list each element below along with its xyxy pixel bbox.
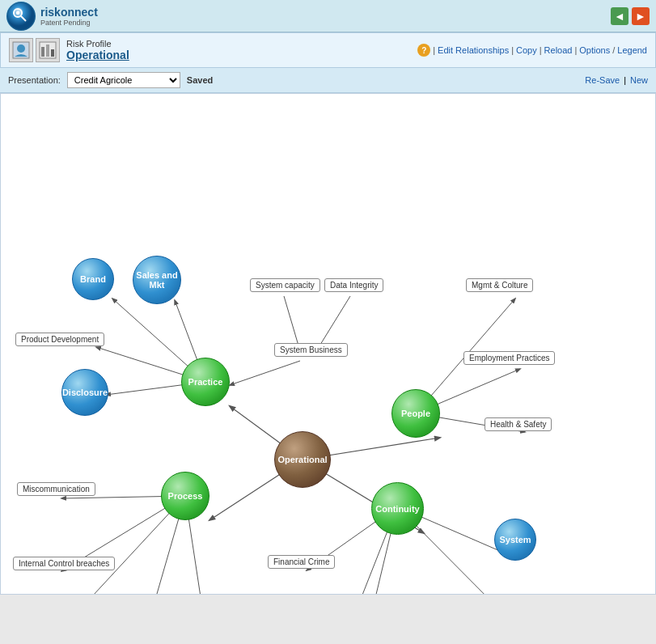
node-practice[interactable]: Practice [181,358,230,406]
presentation-select[interactable]: Credit Agricole [67,72,180,88]
help-icon[interactable]: ? [417,44,430,57]
node-people[interactable]: People [391,389,440,438]
label-data-integrity[interactable]: Data Integrity [324,278,383,292]
edit-relationships-link[interactable]: Edit Relationships [438,45,509,55]
presentation-label: Presentation: [8,75,61,85]
profile-name: Operational [66,49,129,61]
label-system-business[interactable]: System Business [274,343,348,357]
node-brand[interactable]: Brand [72,258,114,300]
svg-point-2 [16,11,19,15]
logo: riskonnect Patent Pending [6,2,98,31]
new-link[interactable]: New [630,75,648,85]
svg-rect-8 [46,44,49,57]
label-internal-control[interactable]: Internal Control breaches [13,557,115,570]
sep4: | [574,45,577,55]
profile-bar: Risk Profile Operational ? | Edit Relati… [0,32,656,68]
profile-label: Risk Profile [66,39,129,49]
reload-link[interactable]: Reload [544,45,573,55]
pres-left: Presentation: Credit Agricole Saved [8,72,213,88]
pres-sep: | [624,75,626,85]
profile-icon-2 [36,38,60,62]
label-financial-crime[interactable]: Financial Crime [268,555,335,569]
profile-info: Risk Profile Operational [9,38,129,62]
app-header: riskonnect Patent Pending ◄ ► [0,0,656,32]
resave-link[interactable]: Re-Save [585,75,620,85]
pres-actions: Re-Save | New [585,75,648,85]
nav-back-button[interactable]: ◄ [611,7,628,25]
profile-icon-1 [9,38,33,62]
logo-wordmark: riskonnect [40,6,98,19]
sep5: / [612,45,615,55]
svg-rect-9 [51,49,54,57]
label-mgmt-colture[interactable]: Mgmt & Colture [466,278,533,292]
profile-icon-group [9,38,60,62]
sep2: | [511,45,514,55]
logo-icon [6,2,36,31]
label-system-capacity[interactable]: System capacity [250,278,320,292]
node-continuity[interactable]: Continuity [371,482,424,535]
nav-forward-button[interactable]: ► [632,7,650,25]
presentation-bar: Presentation: Credit Agricole Saved Re-S… [0,68,656,93]
label-employment[interactable]: Employment Practices [463,351,555,365]
sep3: | [540,45,542,55]
node-operational[interactable]: Operational [274,431,331,488]
node-disclosure[interactable]: Disclosure [61,369,108,416]
options-link[interactable]: Options [579,45,610,55]
label-health-safety[interactable]: Health & Safety [485,417,552,431]
copy-link[interactable]: Copy [516,45,537,55]
legend-link[interactable]: Legend [617,45,647,55]
profile-actions: ? | Edit Relationships | Copy | Reload |… [417,44,647,57]
node-process[interactable]: Process [161,472,209,520]
svg-rect-7 [41,47,44,57]
label-miscommunication[interactable]: Miscommunication [17,482,95,496]
svg-point-5 [17,44,25,53]
logo-tagline: Patent Pending [40,19,98,27]
label-product-development[interactable]: Product Development [15,333,104,346]
svg-line-19 [230,361,300,385]
node-system-leaf[interactable]: System [494,519,536,561]
save-status: Saved [187,75,213,85]
risk-map-canvas: Operational Practice People Process Cont… [0,93,656,595]
nav-controls: ◄ ► [611,7,650,25]
sep1: | [433,45,435,55]
node-sales-mkt[interactable]: Sales and Mkt [133,256,181,304]
